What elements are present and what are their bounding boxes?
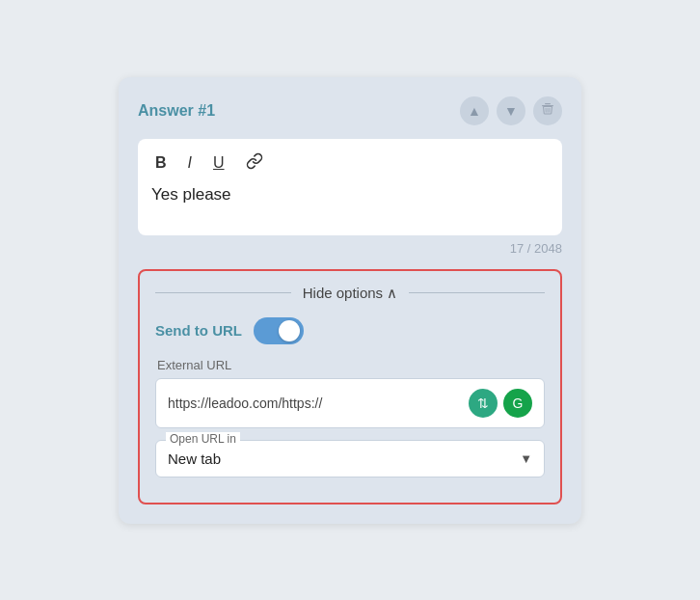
move-down-button[interactable]: ▼	[497, 96, 525, 125]
external-url-field-group: External URL ⇅ G	[155, 358, 545, 428]
svg-rect-1	[545, 103, 551, 104]
open-url-in-wrapper: Open URL in New tab ▼	[155, 440, 545, 477]
delete-button[interactable]	[533, 96, 562, 125]
grammarly-button[interactable]: G	[503, 389, 532, 418]
move-up-button[interactable]: ▲	[460, 96, 489, 125]
link-icon	[246, 156, 263, 173]
options-section: Hide options ∧ Send to URL External URL …	[138, 269, 562, 505]
header-actions: ▲ ▼	[460, 96, 562, 125]
options-header: Hide options ∧	[155, 285, 545, 302]
italic-button[interactable]: I	[184, 152, 196, 174]
chevron-up-icon: ∧	[387, 285, 397, 301]
toggle-slider	[254, 317, 304, 344]
answer-card: Answer #1 ▲ ▼	[119, 77, 581, 524]
open-url-in-label: Open URL in	[166, 432, 240, 446]
trash-icon	[541, 102, 554, 119]
editor-content[interactable]: Yes please	[151, 185, 549, 224]
editor-toolbar: B I U	[151, 150, 549, 176]
send-to-url-toggle[interactable]	[254, 317, 304, 344]
hide-options-label[interactable]: Hide options ∧	[303, 285, 398, 302]
url-arrows-button[interactable]: ⇅	[469, 389, 498, 418]
card-title: Answer #1	[138, 102, 215, 120]
send-to-url-label: Send to URL	[155, 322, 242, 339]
url-actions: ⇅ G	[469, 389, 532, 418]
open-url-in-select[interactable]: New tab ▼	[156, 441, 544, 477]
chevron-up-icon: ▲	[468, 103, 481, 119]
header-line-left	[155, 292, 291, 293]
open-url-in-field-group: Open URL in New tab ▼	[155, 440, 545, 477]
underline-button[interactable]: U	[209, 152, 229, 174]
external-url-label: External URL	[157, 358, 545, 372]
chevron-down-icon: ▼	[504, 103, 518, 119]
arrows-icon: ⇅	[477, 395, 489, 411]
url-input-wrapper: ⇅ G	[155, 378, 545, 428]
underline-icon: U	[213, 154, 225, 172]
card-header: Answer #1 ▲ ▼	[138, 96, 562, 125]
open-url-in-value: New tab	[168, 450, 221, 467]
text-editor: B I U Yes please	[138, 139, 562, 235]
header-line-right	[409, 292, 545, 293]
link-button[interactable]	[242, 150, 267, 176]
external-url-input[interactable]	[168, 395, 469, 411]
send-to-url-row: Send to URL	[155, 317, 545, 344]
bold-button[interactable]: B	[151, 152, 171, 174]
char-count: 17 / 2048	[138, 241, 562, 256]
grammarly-icon: G	[513, 395, 524, 411]
dropdown-arrow-icon: ▼	[520, 451, 532, 466]
